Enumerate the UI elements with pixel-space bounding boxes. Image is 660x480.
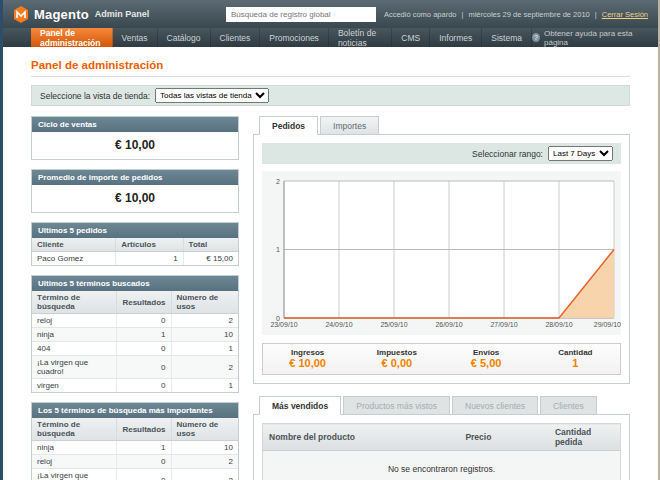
column-header: Artículos: [116, 238, 183, 252]
table-cell: virgen: [32, 379, 117, 393]
report-tabs: Más vendidosProductos más vistosNuevos c…: [253, 396, 630, 415]
nav-item[interactable]: Boletín de noticias: [329, 28, 392, 47]
table-cell: 0: [117, 469, 171, 480]
table-cell: reloj: [32, 314, 117, 328]
last-search-terms-card: Ultimos 5 términos buscados Término de b…: [31, 275, 239, 393]
column-header: Precio: [459, 424, 549, 451]
search-input[interactable]: [226, 7, 376, 22]
separator: |: [595, 10, 597, 19]
top-search-terms-table: Término de búsqueda Resultados Número de…: [32, 418, 238, 480]
tab[interactable]: Importes: [320, 116, 379, 135]
card-title: Promedio de importe de pedidos: [32, 170, 238, 185]
stat: Ingresos€ 10,00: [263, 348, 352, 369]
column-header: Número de usos: [171, 291, 238, 314]
table-cell: Paco Gomez: [32, 252, 116, 266]
table-cell: 0: [117, 379, 171, 393]
tab[interactable]: Clientes: [540, 396, 597, 415]
table-cell: ninja: [32, 328, 117, 342]
orders-chart: 01223/09/1024/09/1025/09/1026/09/1027/09…: [262, 171, 621, 335]
help-globe-icon: ?: [532, 33, 540, 42]
store-switcher-label: Seleccione la vista de tienda:: [40, 91, 150, 101]
table-header-row: Término de búsqueda Resultados Número de…: [32, 418, 238, 441]
nav-item[interactable]: Panel de administración: [31, 28, 113, 47]
dashboard-sidebar: Ciclo de ventas € 10,00 Promedio de impo…: [31, 116, 239, 480]
svg-text:26/09/10: 26/09/10: [435, 321, 462, 328]
table-cell: 0: [117, 342, 171, 356]
svg-text:1: 1: [276, 246, 280, 253]
nav-item[interactable]: Clientes: [211, 28, 261, 47]
current-date: miércoles 29 de septiembre de 2010: [468, 10, 589, 19]
stat-label: Envíos: [442, 348, 531, 357]
card-title: Los 5 términos de búsqueda más important…: [32, 403, 238, 418]
chart-tabs: PedidosImportes: [253, 116, 630, 135]
card-value: € 10,00: [32, 185, 238, 212]
table-cell: reloj: [32, 455, 117, 469]
magento-logo: Magento Admin Panel: [13, 6, 149, 23]
tab[interactable]: Productos más vistos: [343, 396, 450, 415]
table-row: ¡La virgen que cuadro!02: [32, 356, 238, 379]
logout-link[interactable]: Cerrar Sesión: [602, 10, 648, 19]
totals-bar: Ingresos€ 10,00Impuestos€ 0,00Envíos€ 5,…: [262, 343, 621, 375]
session-info: Accedió como apardo | miércoles 29 de se…: [384, 10, 648, 19]
store-switcher-bar: Seleccione la vista de tienda: Todas las…: [31, 85, 630, 106]
store-switcher-select[interactable]: Todas las vistas de tienda: [155, 88, 269, 103]
stat-label: Impuestos: [352, 348, 441, 357]
stat-value: € 10,00: [263, 357, 352, 369]
tab[interactable]: Nuevos clientes: [452, 396, 538, 415]
nav-item[interactable]: CMS: [392, 28, 430, 47]
stat-value: € 5,00: [442, 357, 531, 369]
bestsellers-table: Nombre del producto Precio Cantidad pedi…: [262, 423, 621, 480]
table-row: reloj02: [32, 455, 238, 469]
header: Magento Admin Panel Accedió como apardo …: [3, 0, 658, 28]
orders-area-chart: 01223/09/1024/09/1025/09/1026/09/1027/09…: [262, 173, 622, 333]
table-row: reloj02: [32, 314, 238, 328]
logo-suffix: Admin Panel: [95, 9, 150, 19]
last-search-terms-table: Término de búsqueda Resultados Número de…: [32, 291, 238, 392]
table-cell: 1: [117, 441, 171, 455]
table-cell: 1: [117, 328, 171, 342]
nav-item[interactable]: Sistema: [482, 28, 532, 47]
table-cell: 0: [117, 356, 171, 379]
stat-label: Ingresos: [263, 348, 352, 357]
column-header: Número de usos: [171, 418, 238, 441]
range-toolbar: Seleccionar rango: Last 7 Days: [262, 143, 621, 164]
column-header: Resultados: [117, 291, 171, 314]
svg-text:28/09/10: 28/09/10: [545, 321, 572, 328]
empty-message: No se encontraron registros.: [263, 451, 621, 480]
separator: |: [461, 10, 463, 19]
nav-item[interactable]: Promociones: [260, 28, 329, 47]
top-search-terms-card: Los 5 términos de búsqueda más important…: [31, 402, 239, 480]
tab[interactable]: Más vendidos: [259, 396, 341, 415]
table-cell: 0: [117, 314, 171, 328]
table-cell: 0: [117, 455, 171, 469]
svg-text:27/09/10: 27/09/10: [490, 321, 517, 328]
dashboard-columns: Ciclo de ventas € 10,00 Promedio de impo…: [31, 116, 630, 480]
table-header-row: Cliente Artículos Total: [32, 238, 238, 252]
card-value: € 10,00: [32, 132, 238, 159]
svg-text:2: 2: [276, 178, 280, 185]
logo-text: Magento: [34, 7, 89, 22]
table-cell: 10: [171, 328, 238, 342]
stat: Envíos€ 5,00: [442, 348, 531, 369]
help-label: Obtener ayuda para esta página: [544, 29, 646, 47]
table-header-row: Término de búsqueda Resultados Número de…: [32, 291, 238, 314]
table-cell: ¡La virgen que cuadro!: [32, 469, 117, 480]
sales-cycle-card: Ciclo de ventas € 10,00: [31, 116, 239, 160]
table-row: 40401: [32, 342, 238, 356]
table-cell: 10: [171, 441, 238, 455]
svg-text:29/09/10: 29/09/10: [594, 321, 621, 328]
nav-item[interactable]: Ventas: [113, 28, 158, 47]
table-row: virgen01: [32, 379, 238, 393]
tab[interactable]: Pedidos: [259, 116, 318, 135]
table-cell: 2: [171, 314, 238, 328]
range-label: Seleccionar rango:: [472, 149, 543, 159]
logged-in-as: Accedió como apardo: [384, 10, 457, 19]
range-select[interactable]: Last 7 Days: [548, 146, 613, 161]
table-cell: € 15,00: [183, 252, 238, 266]
nav-item[interactable]: Informes: [430, 28, 482, 47]
help-link[interactable]: ? Obtener ayuda para esta página: [532, 28, 658, 47]
last-orders-table: Cliente Artículos Total Paco Gomez1€ 15,…: [32, 238, 238, 265]
table-cell: 2: [171, 455, 238, 469]
magento-admin-window: Magento Admin Panel Accedió como apardo …: [0, 0, 660, 480]
nav-item[interactable]: Catálogo: [158, 28, 211, 47]
